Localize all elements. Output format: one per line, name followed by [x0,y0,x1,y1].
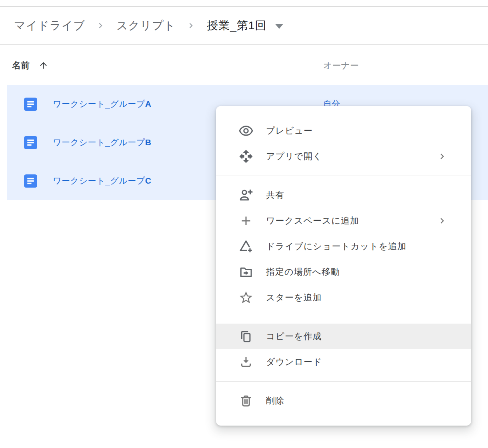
person-add-icon [238,187,254,203]
file-name: ワークシート_グループA [53,98,151,110]
menu-divider [216,381,471,382]
menu-item-preview[interactable]: プレビュー [216,118,471,144]
column-owner-label: オーナー [323,60,359,72]
menu-item-label: 削除 [266,395,284,407]
menu-item-move-to[interactable]: 指定の場所へ移動 [216,259,471,285]
menu-item-label: コピーを作成 [266,330,322,342]
eye-icon [238,123,254,139]
menu-item-label: 共有 [266,189,284,201]
breadcrumb-my-drive[interactable]: マイドライブ [14,18,85,33]
download-icon [238,354,254,370]
file-name: ワークシート_グループB [53,137,151,148]
menu-item-share[interactable]: 共有 [216,182,471,208]
sort-ascending-icon [38,60,48,70]
menu-item-open-with[interactable]: アプリで開く [216,144,471,169]
column-name-label: 名前 [12,60,30,72]
plus-icon [238,213,254,229]
breadcrumb-scripts[interactable]: スクリプト [116,18,176,33]
menu-item-label: ワークスペースに追加 [266,215,359,227]
menu-item-label: アプリで開く [266,150,322,162]
doc-file-icon [24,174,37,188]
menu-item-add-star[interactable]: スターを追加 [216,285,471,310]
submenu-chevron-icon [437,215,448,226]
menu-item-label: プレビュー [266,125,313,137]
menu-item-delete[interactable]: 削除 [216,388,471,414]
trash-icon [238,393,254,409]
star-icon [238,290,254,306]
menu-item-make-a-copy[interactable]: コピーを作成 [216,324,471,349]
drive-shortcut-icon [238,238,254,254]
menu-item-label: スターを追加 [266,292,322,304]
submenu-chevron-icon [437,151,448,162]
folder-dropdown-caret-icon[interactable] [275,24,283,29]
menu-item-add-to-workspace[interactable]: ワークスペースに追加 [216,208,471,234]
chevron-right-icon [96,20,106,31]
column-header-owner[interactable]: オーナー [323,46,359,85]
context-menu: プレビュー アプリで開く 共有 ワークスペースに追加 [216,106,471,426]
doc-file-icon [24,136,37,149]
copy-icon [238,328,254,344]
file-list-header: 名前 オーナー [0,46,488,85]
menu-item-label: ドライブにショートカットを追加 [266,240,406,252]
menu-item-download[interactable]: ダウンロード [216,349,471,375]
menu-divider [216,317,471,317]
menu-item-add-shortcut-to-drive[interactable]: ドライブにショートカットを追加 [216,234,471,259]
menu-divider [216,176,471,176]
breadcrumb-current-folder[interactable]: 授業_第1回 [207,18,266,33]
menu-item-label: 指定の場所へ移動 [266,266,340,278]
file-name: ワークシート_グループC [53,175,151,186]
menu-item-label: ダウンロード [266,356,322,368]
chevron-right-icon [186,20,196,31]
breadcrumb: マイドライブ スクリプト 授業_第1回 [0,7,488,45]
open-with-icon [238,148,254,164]
folder-move-icon [238,264,254,280]
column-header-name[interactable]: 名前 [12,46,48,85]
doc-file-icon [24,98,37,111]
